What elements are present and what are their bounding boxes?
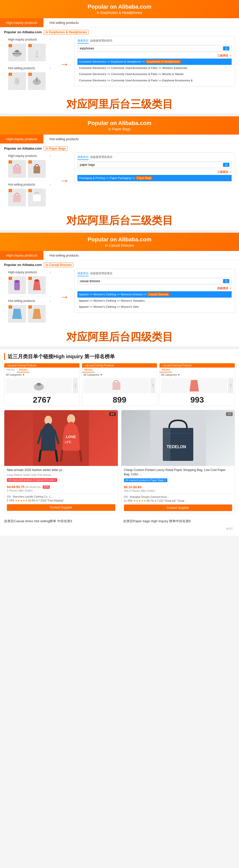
card-moq-1: 2 Pieces (Min Order) xyxy=(7,489,115,492)
search-panel-1: 搜索类目 由链接管理的类目 Q 三级类目 ↙ Consumer Electron… xyxy=(74,36,235,87)
mini-card-body-2: 899 xyxy=(82,377,157,394)
mini-tab-active-3[interactable]: Alibaba xyxy=(160,368,172,372)
cat-result-1-2[interactable]: Consumer Electronics >> Commonly Used Ac… xyxy=(77,71,232,77)
cat-result-1-0[interactable]: Consumer Electronics >> Earphone & Headp… xyxy=(77,59,232,65)
contact-btn-1[interactable]: Contact Supplier xyxy=(7,504,115,511)
search-input-1[interactable] xyxy=(80,46,223,50)
right-panel-2: 搜索类目 由链接管理的类目 Q 三级类目 ↙ Packaging & Print… xyxy=(74,152,235,208)
search-tab-4[interactable]: 由链接管理的类目 xyxy=(90,155,112,160)
supplier-info-1: CN · Shenzhen Lachilly Clothing Co., L..… xyxy=(7,494,115,502)
panel-row-2: High-inquiry products › 1 2 Hot-selling … xyxy=(0,151,239,211)
cat-result-3-0[interactable]: Apparel >> Women's Clothing >> Womens Dr… xyxy=(77,291,232,298)
mini-card-2: ‹ Up-and-Coming Products Alibaba All Cat… xyxy=(82,363,157,406)
large-card-image-1: LOVE LIFE 1/3 xyxy=(4,410,118,466)
card-subtitle-1: Long Sleeve Solid Color Full sleeve... xyxy=(7,473,115,476)
search-tab-3[interactable]: 搜索类目 xyxy=(77,155,89,160)
stars-2: ★★★★★ xyxy=(133,499,146,502)
card-rank-badge-2[interactable]: #8 inquired product in Paper Bags > xyxy=(124,478,168,482)
tab-inquiry-1[interactable]: High-inquiry products xyxy=(0,18,44,27)
mini-number-2: 899 xyxy=(82,394,157,406)
rank-badge-1a: 1 xyxy=(9,44,12,47)
mini-number-3: 993 xyxy=(160,394,235,406)
mini-tab-active-2[interactable]: Alibaba xyxy=(82,368,95,372)
mini-tab-active-1[interactable]: Alibaba xyxy=(17,368,29,372)
search-bar-3: Q xyxy=(77,278,232,284)
panel-row-1: High-inquiry products › 1 2 Hot-selling … xyxy=(0,34,239,95)
card-discount-1: 20% xyxy=(43,486,50,489)
divider-section-3-4 xyxy=(0,346,239,349)
big-chinese-3: 对应阿里后台四级类目 xyxy=(0,327,239,346)
cat-highlight-dresses: Casual Dresses xyxy=(148,292,169,296)
section-title-3: Popular on Alibaba.com xyxy=(5,236,234,243)
cat-result-3-2[interactable]: Apparel >> Women's Clothing >> Women's S… xyxy=(77,304,232,310)
popular-label-3: Popular on Alibaba.com in Casual Dresses xyxy=(0,260,239,267)
product-row-1: 1 2 xyxy=(4,42,55,63)
mini-product-2a xyxy=(84,378,150,393)
cat-result-1-3[interactable]: Consumer Electronics >> Commonly Used Ac… xyxy=(77,77,232,84)
card-moq-2: 100.0 Pieces (Min Order) xyxy=(124,489,232,492)
search-button-3[interactable]: Q xyxy=(223,279,229,283)
arrow-icon-2: › xyxy=(50,66,51,70)
bottom-summary-row: 在类目Casual dress Hot selling榜单 中排名第3 在类目P… xyxy=(4,517,235,526)
mini-card-header-2: ‹ Up-and-Coming Products xyxy=(82,363,157,368)
rank-badge-2b: 2 xyxy=(28,160,32,163)
cat-result-3-1[interactable]: Apparel >> Women's Clothing >> Women's S… xyxy=(77,298,232,304)
category-tag-2: in Paper Bags xyxy=(44,146,68,151)
search-bar-1: Q xyxy=(77,45,232,52)
product-thumb-1a: 1 xyxy=(8,43,26,61)
product-thumb-1b: 2 xyxy=(28,43,46,61)
search-input-2[interactable] xyxy=(80,163,223,166)
arrow-divider-3: → xyxy=(57,269,72,325)
search-tab-1[interactable]: 搜索类目 xyxy=(77,39,89,43)
search-tab-5[interactable]: 搜索类目 xyxy=(77,272,89,276)
card-rank-badge-1[interactable]: #3 most-sold product in Casual Dresses > xyxy=(7,478,57,482)
popular-label-2: Popular on Alibaba.com in Paper Bags xyxy=(0,144,239,151)
popular-block-2: Popular on Alibaba.com in Paper Bags Hig… xyxy=(0,144,239,230)
mini-card-filter-2[interactable]: All Categories ▼ xyxy=(82,373,157,377)
cat-highlight-earphones: Earphones & Headphones xyxy=(146,60,181,63)
search-panel-3: 搜索类目 由链接管理的类目 Q 四级类目 ↙ Apparel >> Women'… xyxy=(74,269,235,313)
level-annotation-2: 三级类目 xyxy=(217,170,228,174)
right-panel-1: 搜索类目 由链接管理的类目 Q 三级类目 ↙ Consumer Electron… xyxy=(74,36,235,92)
product-row-hot-2: 1 2 xyxy=(4,188,55,208)
mini-card-tabs-2: Alibaba xyxy=(82,368,157,373)
search-panel-2: 搜索类目 由链接管理的类目 Q 三级类目 ↙ Packaging & Print… xyxy=(74,152,235,184)
section-subtitle-2: in Paper Bags xyxy=(5,127,234,131)
search-tab-2[interactable]: 由链接管理的类目 xyxy=(90,39,112,43)
search-tab-6[interactable]: 由链接管理的类目 xyxy=(90,272,112,276)
mini-card-1: ‹ Up-and-Coming Products Alibaba Alibaba… xyxy=(4,363,80,406)
tab-hot-3[interactable]: Hot-selling products xyxy=(44,251,85,260)
mini-tab-aliaba-1[interactable]: Alibaba xyxy=(4,368,17,372)
mini-card-filter-3[interactable]: All Categories ▼ xyxy=(160,373,235,377)
tab-hot-1[interactable]: Hot-selling products xyxy=(44,18,85,27)
ranking-title: 近三月类目单个链接High inquiry 第一排名榜单 xyxy=(4,353,235,360)
contact-btn-2[interactable]: Contact Supplier xyxy=(124,504,232,511)
tab-inquiry-3[interactable]: High-inquiry products xyxy=(0,251,44,260)
large-card-2: TEDELON 1/3 Cheap Custom Printed Luxury … xyxy=(121,410,235,513)
rank-badge-hot-2b: 2 xyxy=(28,189,32,192)
search-button-1[interactable]: Q xyxy=(223,46,229,51)
mini-product-1a xyxy=(6,378,72,393)
supplier-tag-2: "Great job" "Great ... xyxy=(164,499,187,502)
divider-3 xyxy=(8,297,51,297)
rank-badge-hot-1b: 2 xyxy=(28,73,32,76)
cat-result-2-0[interactable]: Packaging & Printing >> Paper Packaging … xyxy=(77,175,232,181)
rank-badge-hot-1a: 1 xyxy=(9,73,12,76)
card-price-old-1: $6.18-$7.19 xyxy=(26,486,41,489)
mini-card-filter-1[interactable]: All Categories ▼ xyxy=(4,373,79,377)
three-cols: ‹ Up-and-Coming Products Alibaba Alibaba… xyxy=(4,363,235,406)
section-subtitle-3: in Casual Dresses xyxy=(5,243,234,247)
cat-result-1-1[interactable]: Consumer Electronics >> Commonly Used Ac… xyxy=(77,65,232,71)
big-arrow-icon-2: → xyxy=(60,175,69,186)
card-title-1: New arrivals 2020 fashion winter letter … xyxy=(7,468,115,472)
card-title-2: Cheap Custom Printed Luxury Retail Paper… xyxy=(124,468,232,476)
level-annotation-3: 四级类目 xyxy=(217,286,228,290)
rank-badge-3b: 2 xyxy=(28,277,32,280)
tab-hot-2[interactable]: Hot-selling products xyxy=(44,134,85,144)
search-button-2[interactable]: Q xyxy=(223,163,229,167)
tab-inquiry-2[interactable]: High-inquiry products xyxy=(0,134,44,144)
search-input-3[interactable] xyxy=(80,279,223,283)
hot-selling-label-1: Hot-selling products › xyxy=(4,65,55,71)
rank-badge-hot-3b: 2 xyxy=(28,306,32,309)
back-icon-1: ‹ xyxy=(6,364,7,367)
